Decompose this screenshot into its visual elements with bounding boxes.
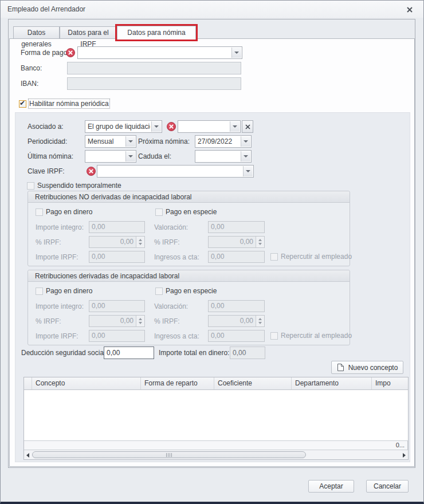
irpf-especie-spinner: 0,00	[208, 315, 265, 327]
ultima-nomina-combo[interactable]	[85, 150, 136, 163]
chevron-down-icon	[128, 155, 133, 158]
checkbox-box	[270, 332, 278, 340]
aceptar-button[interactable]: Aceptar	[308, 480, 354, 493]
cancelar-button[interactable]: Cancelar	[366, 480, 409, 493]
close-button[interactable]	[405, 5, 414, 14]
valoracion-label: Valoración:	[154, 300, 188, 313]
window-title: Empleado del Arrendador	[7, 1, 85, 18]
grid-body[interactable]	[24, 390, 408, 440]
repercutir-checkbox: Repercutir al empleado	[270, 331, 352, 340]
importe-irpf-field: 0,00	[89, 330, 145, 342]
irpf-dinero-spinner: 0,00	[89, 236, 145, 248]
habilitar-nomina-checkbox[interactable]: ✔ Habilitar nómina periódica	[19, 99, 109, 108]
column-header-forma-de-reparto[interactable]: Forma de reparto	[141, 377, 214, 389]
conceptos-grid: Concepto Forma de reparto Coeficiente De…	[23, 377, 409, 460]
importe-irpf-field: 0,00	[89, 251, 145, 263]
chevron-down-icon	[244, 140, 248, 143]
tab-datos-irpf[interactable]: Datos para el IRPF	[60, 26, 117, 39]
chevron-down-icon	[233, 125, 237, 128]
spin-up-icon	[139, 239, 142, 241]
importe-irpf-label: Importe IRPF:	[36, 251, 78, 263]
proxima-nomina-date[interactable]: 27/09/2022	[195, 135, 252, 148]
banco-field	[67, 62, 241, 74]
clave-irpf-label: Clave IRPF:	[28, 165, 65, 178]
importe-irpf-label: Importe IRPF:	[36, 330, 78, 342]
scroll-right-icon[interactable]	[403, 453, 406, 458]
dropdown-button[interactable]	[241, 151, 250, 162]
tab-datos-generales[interactable]: Datos generales	[13, 26, 60, 39]
pago-en-dinero-checkbox[interactable]: Pago en dinero	[36, 286, 92, 296]
spin-buttons	[136, 237, 144, 247]
dropdown-button[interactable]	[151, 121, 161, 132]
column-header-coeficiente[interactable]: Coeficiente	[214, 377, 292, 389]
forma-de-pago-combo[interactable]	[77, 46, 242, 59]
checkbox-box	[270, 253, 278, 261]
tab-datos-nomina[interactable]: Datos para nómina	[117, 26, 196, 40]
checkbox-box	[155, 208, 163, 216]
group-retribuciones-incapacidad: Retribuciones derivadas de incapacidad l…	[28, 270, 350, 345]
check-icon: ✔	[19, 99, 25, 107]
suspendido-checkbox[interactable]: Suspendido temporalmente	[27, 181, 121, 190]
clear-x-icon	[245, 124, 250, 129]
deduccion-label: Deducción seguridad social:	[21, 346, 107, 359]
irpf-dinero-spinner: 0,00	[89, 315, 145, 327]
spin-buttons	[256, 316, 264, 326]
irpf-especie-spinner: 0,00	[208, 236, 265, 248]
irpf-especie-label: % IRPF:	[154, 236, 180, 249]
chevron-down-icon	[246, 170, 250, 172]
error-icon	[167, 122, 176, 131]
asociado-tipo-combo[interactable]: El grupo de liquidación	[85, 120, 162, 133]
pago-en-especie-checkbox[interactable]: Pago en especie	[155, 207, 217, 216]
spin-down-icon	[258, 243, 262, 245]
dropdown-button[interactable]	[243, 166, 253, 176]
column-header-importe[interactable]: Impo	[372, 377, 408, 389]
checkbox-box: ✔	[19, 100, 26, 108]
grid-indicator-column	[24, 377, 32, 389]
chevron-down-icon	[244, 155, 248, 158]
iban-label: IBAN:	[21, 77, 38, 90]
column-header-concepto[interactable]: Concepto	[32, 377, 141, 389]
ultima-nomina-label: Última nómina:	[28, 150, 73, 163]
dropdown-button[interactable]	[230, 121, 240, 132]
tab-page: Forma de pago: Banco: IBAN: ✔ Habilitar …	[9, 38, 415, 467]
chevron-down-icon	[154, 125, 159, 128]
chevron-down-icon	[128, 140, 133, 143]
checkbox-box	[27, 182, 34, 190]
checkbox-box	[155, 288, 163, 295]
periodicidad-combo[interactable]: Mensual	[85, 135, 136, 148]
clear-button[interactable]	[242, 120, 253, 133]
importe-integro-field: 0,00	[89, 221, 145, 233]
importe-total-field: 0,00	[230, 346, 265, 359]
horizontal-scrollbar[interactable]	[24, 450, 408, 459]
dropdown-button[interactable]	[241, 136, 250, 147]
pago-en-dinero-checkbox[interactable]: Pago en dinero	[36, 207, 92, 216]
caduca-el-date[interactable]	[195, 150, 252, 163]
scrollbar-thumb[interactable]	[32, 451, 306, 458]
asociado-valor-combo[interactable]	[178, 120, 241, 133]
scroll-left-icon[interactable]	[26, 453, 29, 458]
pago-en-especie-checkbox[interactable]: Pago en especie	[155, 286, 217, 296]
chevron-down-icon	[234, 52, 239, 54]
periodicidad-label: Periodicidad:	[28, 135, 67, 148]
spin-down-icon	[258, 322, 262, 324]
spin-buttons	[256, 237, 264, 247]
dialog-window: Empleado del Arrendador Datos generales …	[0, 0, 424, 504]
column-header-departamento[interactable]: Departamento	[292, 377, 372, 389]
clave-irpf-combo[interactable]	[97, 165, 254, 178]
dropdown-button[interactable]	[125, 136, 135, 147]
checkbox-box	[36, 208, 43, 216]
deduccion-field[interactable]: 0,00	[104, 346, 154, 359]
dropdown-button[interactable]	[125, 151, 135, 162]
nuevo-concepto-button[interactable]: Nuevo concepto	[331, 361, 403, 374]
irpf-dinero-label: % IRPF:	[36, 236, 61, 249]
spin-up-icon	[139, 318, 142, 320]
caduca-el-label: Caduda el:	[138, 150, 171, 163]
irpf-especie-label: % IRPF:	[154, 315, 180, 328]
importe-integro-label: Importe integro:	[36, 221, 84, 234]
new-document-icon	[337, 363, 344, 372]
spin-down-icon	[139, 243, 142, 245]
asociado-label: Asociado a:	[28, 120, 64, 133]
spin-up-icon	[258, 239, 262, 241]
dropdown-button[interactable]	[231, 48, 241, 58]
repercutir-checkbox: Repercutir al empleado	[270, 252, 352, 261]
